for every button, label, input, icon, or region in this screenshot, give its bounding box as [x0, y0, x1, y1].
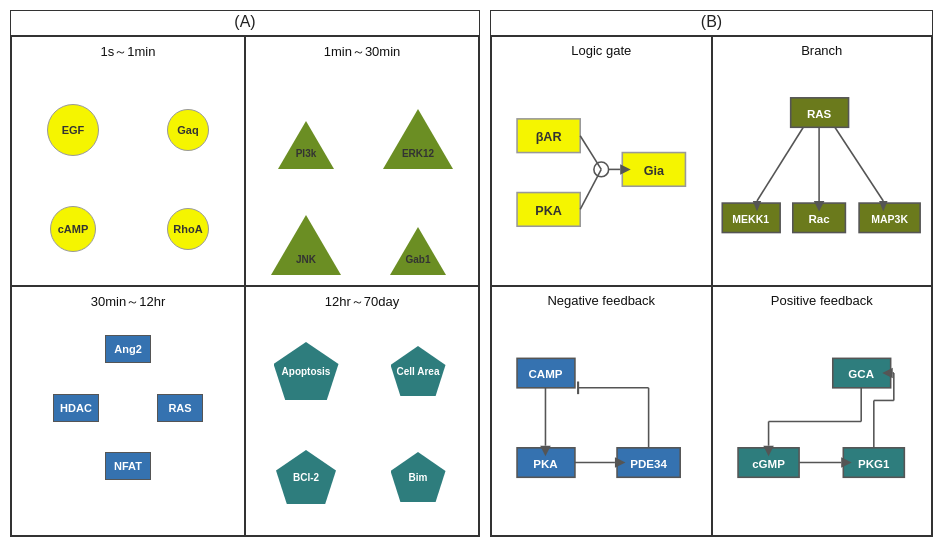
pka2-label: PKA [533, 458, 558, 470]
pi3k-label: PI3k [276, 148, 336, 159]
panel-b-grid: Logic gate βAR PKA Gia [491, 35, 932, 536]
cell-branch: Branch RAS MEKK1 Rac MAP3K [712, 36, 933, 286]
logic-gate-title: Logic gate [571, 43, 631, 58]
branch-title: Branch [801, 43, 842, 58]
nfat-square: NFAT [105, 452, 151, 480]
bar-to-circle [580, 136, 601, 170]
jnk-shape [271, 215, 341, 275]
panel-b: (B) Logic gate βAR PKA Gia [490, 10, 933, 537]
camp-circle: cAMP [50, 206, 96, 252]
neg-feedback-svg: CAMP PKA PDE34 [496, 314, 707, 529]
panel-a-label: (A) [11, 11, 479, 35]
bar-label: βAR [536, 130, 562, 144]
rhoa-circle: RhoA [167, 208, 209, 250]
pkg1-label: PKG1 [858, 458, 890, 470]
gca-label: GCA [848, 368, 874, 380]
pi3k-shape [278, 121, 334, 169]
cell-neg-feedback: Negative feedback CAMP PKA PDE34 [491, 286, 712, 536]
cell-1min: 1min～30min PI3k ERK12 JNK [245, 36, 479, 286]
pde34-label: PDE34 [630, 458, 667, 470]
pka-label: PKA [535, 204, 562, 218]
cell-1min-title: 1min～30min [324, 43, 401, 61]
gab1-label: Gab1 [388, 254, 448, 265]
erk12-shape [383, 109, 453, 169]
logic-gate-content: βAR PKA Gia [496, 64, 707, 279]
pos-feedback-title: Positive feedback [771, 293, 873, 308]
cell-12hr-title: 12hr～70day [325, 293, 399, 311]
panel-a-grid: 1s～1min EGF Gaq cAMP RhoA 1min～30min PI3… [11, 35, 479, 536]
neg-feedback-content: CAMP PKA PDE34 [496, 314, 707, 529]
bcl2-pent: BCl-2 [276, 450, 336, 504]
erk12-label: ERK12 [388, 148, 448, 159]
cell-1s-title: 1s～1min [101, 43, 156, 61]
cell-12hr-content: Apoptosis Cell Area BCl-2 Bim [250, 317, 474, 529]
gaq-circle: Gaq [167, 109, 209, 151]
cell-12hr: 12hr～70day Apoptosis Cell Area BCl-2 Bim [245, 286, 479, 536]
panel-b-label: (B) [491, 11, 932, 35]
ras-to-mekk1 [756, 127, 802, 201]
panel-a: (A) 1s～1min EGF Gaq cAMP RhoA 1min～30min [10, 10, 480, 537]
cell-1min-content: PI3k ERK12 JNK Gab1 [250, 67, 474, 279]
pos-feedback-content: GCA cGMP PKG1 [717, 314, 928, 529]
ras-to-map3k [834, 127, 882, 201]
cell-1s: 1s～1min EGF Gaq cAMP RhoA [11, 36, 245, 286]
cell-pos-feedback: Positive feedback GCA cGMP PKG1 [712, 286, 933, 536]
pos-feedback-svg: GCA cGMP PKG1 [717, 314, 928, 529]
cell-30min-content: Ang2 HDAC RAS NFAT [16, 317, 240, 529]
ras-square: RAS [157, 394, 203, 422]
jnk-triangle: JNK [271, 215, 341, 275]
gia-label: Gia [644, 164, 665, 178]
main-container: (A) 1s～1min EGF Gaq cAMP RhoA 1min～30min [0, 0, 943, 547]
cgmp-label: cGMP [752, 458, 785, 470]
logic-gate-svg: βAR PKA Gia [496, 64, 707, 279]
branch-content: RAS MEKK1 Rac MAP3K [717, 64, 928, 279]
rac-label: Rac [808, 213, 830, 225]
map3k-label: MAP3K [871, 213, 908, 225]
bim-pent: Bim [391, 452, 446, 502]
gab1-shape [390, 227, 446, 275]
jnk-label: JNK [276, 254, 336, 265]
cell-30min: 30min～12hr Ang2 HDAC RAS NFAT [11, 286, 245, 536]
camp-label: CAMP [528, 368, 562, 380]
cell-30min-title: 30min～12hr [91, 293, 165, 311]
cell-logic-gate: Logic gate βAR PKA Gia [491, 36, 712, 286]
branch-svg: RAS MEKK1 Rac MAP3K [717, 64, 928, 279]
ang2-square: Ang2 [105, 335, 151, 363]
cell-1s-content: EGF Gaq cAMP RhoA [16, 67, 240, 279]
neg-feedback-title: Negative feedback [547, 293, 655, 308]
cellarea-pent: Cell Area [391, 346, 446, 396]
hdac-square: HDAC [53, 394, 99, 422]
erk12-triangle: ERK12 [383, 109, 453, 169]
apoptosis-pent: Apoptosis [274, 342, 339, 400]
egf-circle: EGF [47, 104, 99, 156]
gab1-triangle: Gab1 [390, 227, 446, 275]
mekk1-label: MEKK1 [732, 213, 769, 225]
ras-label: RAS [806, 108, 831, 120]
pi3k-triangle: PI3k [278, 121, 334, 169]
